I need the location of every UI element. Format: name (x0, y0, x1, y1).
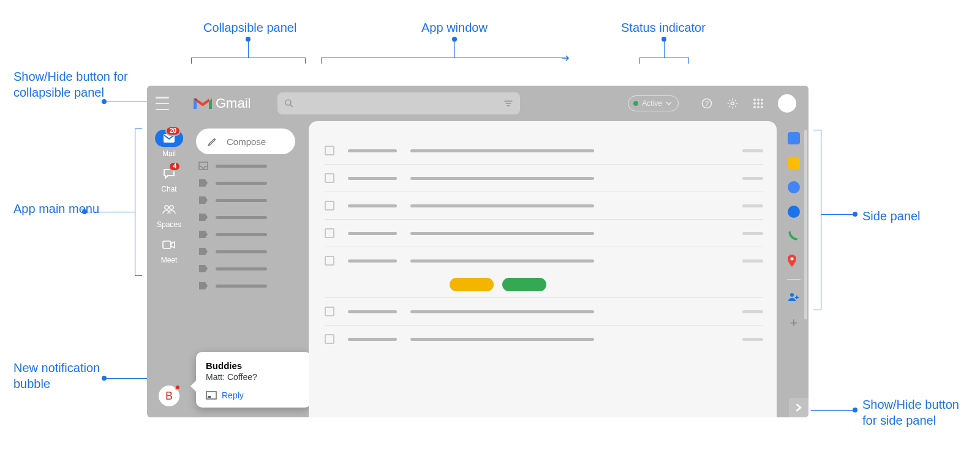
annotation-sidepanel: Side panel (862, 208, 921, 224)
rail-item-chat[interactable]: 4 Chat (155, 165, 183, 193)
svg-point-9 (761, 99, 763, 101)
mail-row[interactable] (325, 247, 763, 274)
svg-point-12 (761, 102, 763, 105)
svg-line-3 (291, 105, 293, 107)
notification-dot-icon (175, 384, 181, 390)
notif-avatar-initial: B (165, 390, 173, 403)
get-addons-button[interactable]: + (790, 316, 798, 330)
label-icon (198, 179, 208, 187)
chip-yellow[interactable] (450, 278, 494, 291)
notif-title: Buddies (206, 360, 301, 371)
mail-row[interactable] (325, 165, 763, 192)
checkbox[interactable] (325, 173, 334, 183)
folder-item[interactable] (196, 177, 303, 188)
checkbox[interactable] (325, 146, 334, 155)
search-bar[interactable] (277, 92, 520, 114)
label-icon (198, 196, 208, 204)
gmail-m-icon (194, 97, 212, 110)
checkbox[interactable] (325, 256, 334, 266)
folder-item[interactable] (196, 212, 303, 223)
gmail-logo[interactable]: Gmail (194, 95, 251, 111)
svg-point-24 (790, 293, 794, 297)
pencil-icon (207, 136, 218, 147)
tasks-icon[interactable] (788, 181, 800, 193)
rail-item-mail[interactable]: 20 Mail (155, 130, 183, 158)
notif-reply-button[interactable]: Reply (206, 390, 301, 400)
annotation-status: Status indicator (621, 20, 706, 35)
svg-point-17 (165, 206, 168, 209)
inbox-icon (198, 162, 208, 170)
label-icon (198, 281, 208, 290)
svg-point-7 (753, 99, 756, 101)
checkbox[interactable] (325, 228, 334, 238)
folder-item[interactable] (196, 229, 303, 240)
app-main-menu: 20 Mail 4 Chat Spaces Meet (147, 121, 191, 417)
settings-gear-icon[interactable] (726, 97, 739, 110)
search-input[interactable] (300, 99, 498, 108)
folder-item[interactable] (196, 280, 303, 291)
svg-point-18 (170, 206, 173, 209)
folder-item[interactable] (196, 263, 303, 274)
mail-row[interactable] (325, 326, 763, 352)
folder-item[interactable] (196, 195, 303, 206)
maps-icon[interactable] (788, 255, 800, 267)
side-panel-toggle[interactable] (789, 398, 809, 417)
notification-bubble[interactable]: Buddies Matt: Coffee? Reply (196, 352, 311, 408)
smart-reply-chips (450, 278, 763, 291)
chevron-right-icon (794, 403, 803, 412)
svg-point-6 (731, 102, 734, 105)
status-label: Active (642, 99, 662, 108)
rail-label-spaces: Spaces (157, 220, 181, 229)
checkbox[interactable] (325, 307, 334, 316)
label-icon (198, 213, 208, 222)
compose-label: Compose (227, 136, 266, 147)
svg-point-11 (757, 102, 760, 105)
rail-label-meet: Meet (161, 256, 178, 264)
calendar-icon[interactable] (788, 132, 800, 144)
svg-point-23 (791, 258, 794, 261)
annotation-appwindow: App window (421, 20, 488, 35)
notification-avatar[interactable]: B (159, 386, 179, 406)
mail-row[interactable] (325, 137, 763, 164)
label-icon (198, 230, 208, 239)
main-menu-toggle[interactable] (156, 97, 169, 110)
svg-point-8 (757, 99, 760, 101)
folder-item[interactable] (196, 246, 303, 257)
chip-green[interactable] (502, 278, 546, 291)
compose-button[interactable]: Compose (196, 129, 295, 154)
checkbox[interactable] (325, 201, 334, 211)
side-panel: + (779, 121, 809, 417)
spaces-icon (155, 201, 183, 218)
svg-point-2 (285, 100, 291, 105)
mail-row[interactable] (325, 220, 763, 247)
svg-text:?: ? (705, 100, 709, 107)
keep-icon[interactable] (788, 157, 800, 169)
status-dot-icon (633, 101, 638, 106)
rail-label-mail: Mail (162, 149, 176, 158)
folder-item-inbox[interactable] (196, 160, 303, 171)
contacts-icon[interactable] (788, 206, 800, 218)
reply-box-icon (206, 391, 217, 400)
label-icon (198, 247, 208, 256)
svg-point-10 (753, 102, 756, 105)
svg-point-14 (757, 106, 760, 108)
mail-row[interactable] (325, 298, 763, 325)
checkbox[interactable] (325, 334, 334, 344)
apps-grid-icon[interactable] (752, 97, 764, 110)
rail-item-spaces[interactable]: Spaces (155, 201, 183, 229)
mail-row[interactable] (325, 192, 763, 219)
annotation-notif: New notification bubble (13, 360, 111, 392)
rail-label-chat: Chat (161, 185, 176, 193)
help-icon[interactable]: ? (701, 97, 713, 110)
annotation-collapsible: Collapsible panel (203, 20, 296, 35)
label-icon (198, 264, 208, 273)
svg-rect-21 (208, 396, 211, 398)
addons-people-icon[interactable] (788, 292, 800, 304)
account-avatar[interactable] (778, 94, 796, 113)
search-options-icon[interactable] (503, 98, 514, 109)
scrollbar[interactable] (804, 130, 807, 319)
mail-badge: 20 (165, 126, 181, 136)
status-indicator[interactable]: Active (628, 95, 679, 111)
rail-item-meet[interactable]: Meet (155, 236, 183, 264)
voice-icon[interactable] (788, 230, 800, 242)
